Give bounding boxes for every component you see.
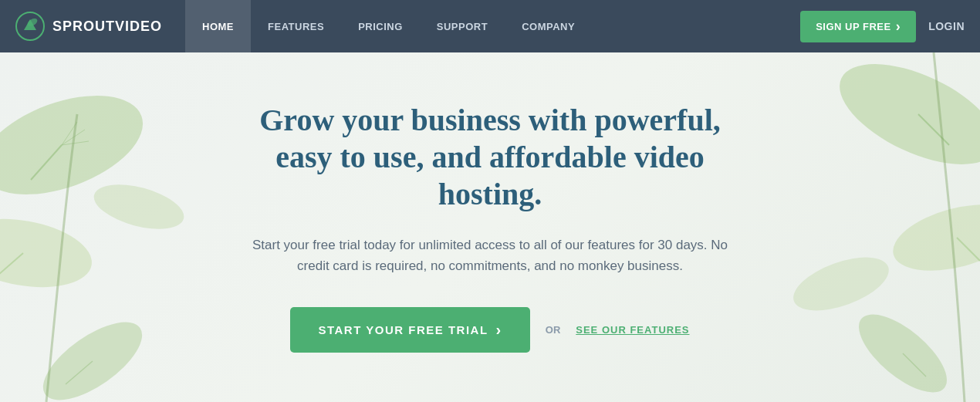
nav-company[interactable]: COMPANY (505, 0, 592, 52)
navbar: SPROUTVIDEO HOME FEATURES PRICING SUPPOR… (0, 0, 980, 52)
hero-content: Grow your business with powerful, easy t… (212, 102, 768, 353)
cta-arrow-icon: › (496, 321, 502, 339)
svg-point-10 (31, 308, 154, 402)
see-features-link[interactable]: SEE OUR FEATURES (576, 324, 689, 336)
svg-point-15 (886, 192, 980, 282)
nav-right: SIGN UP FREE › LOGIN (800, 11, 965, 42)
logo-text: SPROUTVIDEO (52, 19, 162, 35)
svg-point-8 (0, 209, 97, 297)
svg-point-19 (786, 246, 895, 321)
hero-subtext: Start your free trial today for unlimite… (243, 235, 737, 276)
hero-heading: Grow your business with powerful, easy t… (243, 102, 737, 213)
logo-icon (15, 12, 45, 41)
nav-pricing[interactable]: PRICING (341, 0, 420, 52)
nav-features[interactable]: FEATURES (251, 0, 341, 52)
svg-point-12 (90, 176, 189, 237)
hero-section: Grow your business with powerful, easy t… (0, 52, 980, 402)
right-leaves-decoration (764, 52, 980, 402)
or-label: OR (546, 324, 561, 336)
signup-button[interactable]: SIGN UP FREE › (800, 11, 916, 42)
svg-point-13 (825, 52, 980, 185)
nav-support[interactable]: SUPPORT (420, 0, 505, 52)
trial-button[interactable]: START YOUR FREE TRIAL › (290, 307, 529, 353)
svg-point-17 (847, 301, 959, 402)
arrow-icon: › (896, 19, 901, 35)
left-leaves-decoration (0, 52, 247, 402)
nav-home[interactable]: HOME (185, 0, 251, 52)
login-link[interactable]: LOGIN (928, 20, 965, 32)
cta-area: START YOUR FREE TRIAL › OR SEE OUR FEATU… (243, 307, 737, 353)
nav-links: HOME FEATURES PRICING SUPPORT COMPANY (185, 0, 800, 52)
logo[interactable]: SPROUTVIDEO (15, 12, 162, 41)
